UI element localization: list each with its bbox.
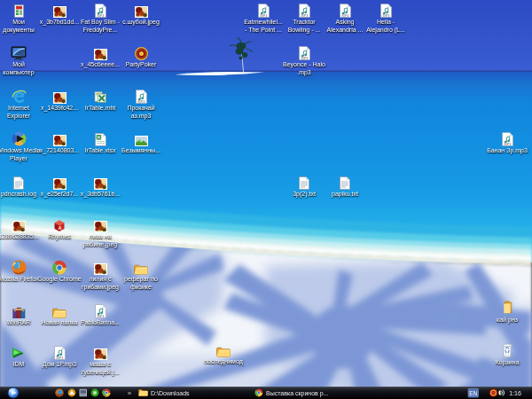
svg-text:1:16: 1:16 <box>509 390 521 396</box>
svg-text:D:\Downloads: D:\Downloads <box>151 390 190 396</box>
svg-text:Выставка скринов р...: Выставка скринов р... <box>266 390 329 397</box>
svg-text:»: » <box>128 389 132 397</box>
svg-text:EN: EN <box>469 390 477 396</box>
